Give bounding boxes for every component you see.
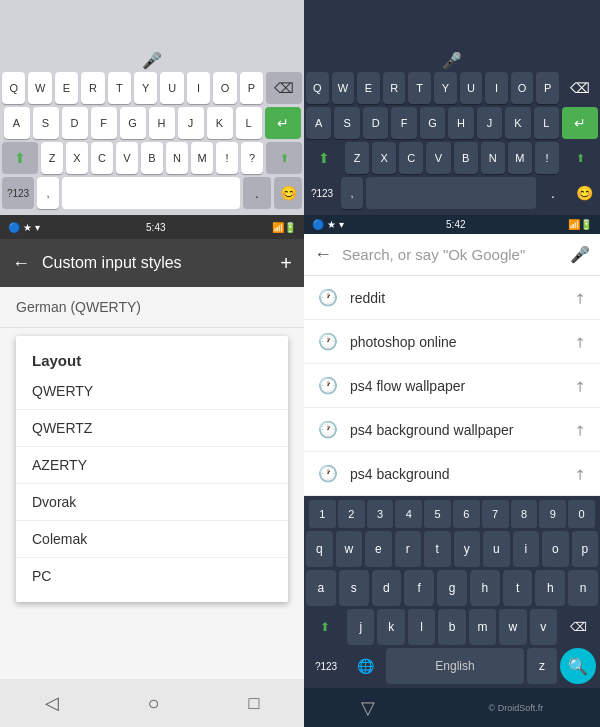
search-input[interactable]: Search, or say "Ok Google" [342,246,560,263]
delete-dk2[interactable]: ⌫ [560,609,598,645]
dk2-h2[interactable]: h [535,570,565,606]
num-7[interactable]: 7 [482,500,509,528]
dk2-h[interactable]: h [470,570,500,606]
dark-key-w[interactable]: W [332,72,355,104]
suggestion-photoshop[interactable]: 🕐 photoshop online ↗ [304,320,600,364]
dark-key-q[interactable]: Q [306,72,329,104]
key-b[interactable]: B [141,142,163,174]
key-l[interactable]: L [236,107,262,139]
key-question[interactable]: ? [241,142,263,174]
num-toggle-dk2[interactable]: ?123 [308,648,344,684]
dark-key-g[interactable]: G [420,107,445,139]
dark-key-h[interactable]: H [448,107,473,139]
mic-icon-top-left[interactable]: 🎤 [142,51,162,70]
dark-key-d[interactable]: D [363,107,388,139]
dark-key-z[interactable]: Z [345,142,369,174]
key-k[interactable]: K [207,107,233,139]
key-s[interactable]: S [33,107,59,139]
dk2-m[interactable]: m [469,609,496,645]
comma-key-light[interactable]: , [37,177,59,209]
search-back-button[interactable]: ← [314,244,332,265]
dk2-e[interactable]: e [365,531,392,567]
dark-key-t[interactable]: T [408,72,431,104]
num-4[interactable]: 4 [395,500,422,528]
key-r[interactable]: R [81,72,104,104]
key-d[interactable]: D [62,107,88,139]
key-v[interactable]: V [116,142,138,174]
dark-key-l[interactable]: L [534,107,559,139]
key-p[interactable]: P [240,72,263,104]
comma-key-dark[interactable]: , [341,177,363,209]
dark-key-e[interactable]: E [357,72,380,104]
dark-key-r[interactable]: R [383,72,406,104]
layout-option-pc[interactable]: PC [16,558,288,594]
suggestion-ps4-bg[interactable]: 🕐 ps4 background ↗ [304,452,600,496]
globe-key-dk2[interactable]: 🌐 [347,648,383,684]
dark-key-excl[interactable]: ! [535,142,559,174]
num-5[interactable]: 5 [424,500,451,528]
enter-key-light[interactable]: ↵ [265,107,301,139]
dk2-q[interactable]: q [306,531,333,567]
enter-key-dark[interactable]: ↵ [562,107,598,139]
dark-key-c[interactable]: C [399,142,423,174]
dark-key-a[interactable]: A [306,107,331,139]
add-button[interactable]: + [280,252,292,275]
dk2-y[interactable]: y [454,531,481,567]
dk2-k[interactable]: k [377,609,404,645]
dk2-l2[interactable]: l [408,609,435,645]
key-q[interactable]: Q [2,72,25,104]
dark-key-j[interactable]: J [477,107,502,139]
key-y[interactable]: Y [134,72,157,104]
dk2-o[interactable]: o [542,531,569,567]
dark-key-x[interactable]: X [372,142,396,174]
dark-key-b[interactable]: B [454,142,478,174]
language-item[interactable]: German (QWERTY) [0,287,304,328]
search-key-dk2[interactable]: 🔍 [560,648,596,684]
delete-key-dark[interactable]: ⌫ [562,72,598,104]
key-excl[interactable]: ! [216,142,238,174]
key-w[interactable]: W [28,72,51,104]
dark-key-i[interactable]: I [485,72,508,104]
dk2-t2[interactable]: t [503,570,533,606]
layout-option-colemak[interactable]: Colemak [16,521,288,558]
recent-nav-icon-left[interactable]: □ [249,693,260,714]
dark-key-p[interactable]: P [536,72,559,104]
suggestion-reddit[interactable]: 🕐 reddit ↗ [304,276,600,320]
z-key-dk2[interactable]: z [527,648,557,684]
shift-right-key-dark[interactable]: ⬆ [562,142,598,174]
shift-key-light[interactable]: ⬆ [2,142,38,174]
dark-key-k[interactable]: K [505,107,530,139]
space-key-light[interactable] [62,177,240,209]
num-3[interactable]: 3 [367,500,394,528]
dk2-r[interactable]: r [395,531,422,567]
key-c[interactable]: C [91,142,113,174]
num-key-dark[interactable]: ?123 [306,177,338,209]
dark-key-v[interactable]: V [426,142,450,174]
key-g[interactable]: G [120,107,146,139]
num-1[interactable]: 1 [309,500,336,528]
key-n[interactable]: N [166,142,188,174]
key-h[interactable]: H [149,107,175,139]
key-m[interactable]: M [191,142,213,174]
dk2-w[interactable]: w [336,531,363,567]
layout-option-dvorak[interactable]: Dvorak [16,484,288,521]
dark-key-o[interactable]: O [511,72,534,104]
suggestion-ps4-flow[interactable]: 🕐 ps4 flow wallpaper ↗ [304,364,600,408]
key-u[interactable]: U [160,72,183,104]
shift-key-dk2[interactable]: ⬆ [306,609,344,645]
dk2-b[interactable]: b [438,609,465,645]
dk2-v[interactable]: v [530,609,557,645]
dk2-u[interactable]: u [483,531,510,567]
key-j[interactable]: J [178,107,204,139]
search-mic-icon[interactable]: 🎤 [570,245,590,264]
dk2-j[interactable]: j [347,609,374,645]
num-key-light[interactable]: ?123 [2,177,34,209]
key-a[interactable]: A [4,107,30,139]
dark-key-s[interactable]: S [334,107,359,139]
key-f[interactable]: F [91,107,117,139]
back-nav-icon-left[interactable]: ◁ [45,692,59,714]
dk2-a[interactable]: a [306,570,336,606]
layout-option-qwertz[interactable]: QWERTZ [16,410,288,447]
shift-key-dark[interactable]: ⬆ [306,142,342,174]
dot-key-light[interactable]: . [243,177,271,209]
